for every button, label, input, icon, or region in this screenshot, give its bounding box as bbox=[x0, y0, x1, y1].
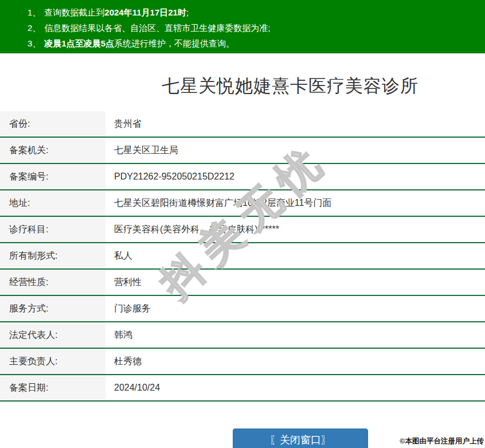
table-row-registration-number: 备案编号: PDY21262-952050215D2212 bbox=[0, 164, 485, 190]
row-value: 营利性 bbox=[105, 270, 142, 295]
row-value: 私人 bbox=[105, 243, 132, 268]
table-row-registration-date: 备案日期: 2024/10/24 bbox=[0, 375, 485, 402]
row-label: 经营性质: bbox=[0, 270, 105, 295]
table-row-business-nature: 经营性质: 营利性 bbox=[0, 270, 485, 296]
close-window-button[interactable]: 〖关闭窗口〗 bbox=[233, 428, 368, 448]
table-row-ownership-form: 所有制形式: 私人 bbox=[0, 243, 485, 270]
record-table: 省份: 贵州省 备案机关: 七星关区卫生局 备案编号: PDY21262-952… bbox=[0, 111, 485, 402]
row-value: 韩鸿 bbox=[105, 322, 132, 348]
row-label: 备案机关: bbox=[0, 138, 105, 163]
notice-text: 系统进行维护，不能提供查询。 bbox=[114, 38, 234, 48]
table-row-main-person-in-charge: 主要负责人: 杜秀德 bbox=[0, 349, 485, 375]
row-label: 所有制形式: bbox=[0, 243, 105, 268]
upload-credit-text: ©本图由平台注册用户上传 bbox=[400, 437, 484, 446]
notice-line-1: 1、查询数据截止到2024年11月17日21时; bbox=[17, 5, 479, 20]
page-title: 七星关悦她婕熹卡医疗美容诊所 bbox=[0, 53, 485, 98]
row-value: PDY21262-952050215D2212 bbox=[105, 164, 234, 189]
row-value: 2024/10/24 bbox=[105, 375, 160, 400]
notice-number: 3、 bbox=[28, 36, 41, 51]
row-label: 服务方式: bbox=[0, 296, 105, 321]
table-row-service-mode: 服务方式: 门诊服务 bbox=[0, 296, 485, 322]
notice-bar: 1、查询数据截止到2024年11月17日21时; 2、信息数据结果以各省、自治区… bbox=[0, 0, 485, 53]
row-label: 备案编号: bbox=[0, 164, 105, 189]
table-row-registration-authority: 备案机关: 七星关区卫生局 bbox=[0, 138, 485, 164]
row-value: 杜秀德 bbox=[105, 349, 142, 374]
notice-text: 信息数据结果以各省、自治区、直辖市卫生健康委数据为准; bbox=[44, 23, 270, 33]
row-label: 备案日期: bbox=[0, 375, 105, 400]
notice-text-strong: 2024年11月17日21时 bbox=[104, 7, 186, 17]
table-row-province: 省份: 贵州省 bbox=[0, 111, 485, 138]
notice-line-2: 2、信息数据结果以各省、自治区、直辖市卫生健康委数据为准; bbox=[17, 20, 479, 36]
row-value: 医疗美容科(美容外科、美容皮肤科)****** bbox=[105, 217, 279, 242]
row-label: 主要负责人: bbox=[0, 349, 105, 374]
row-label: 诊疗科目: bbox=[0, 217, 105, 242]
notice-number: 1、 bbox=[28, 5, 41, 20]
table-row-address: 地址: 七星关区碧阳街道樽憬财富广场10幢2层商业11号门面 bbox=[0, 190, 485, 217]
notice-number: 2、 bbox=[28, 20, 41, 36]
row-label: 地址: bbox=[0, 190, 105, 216]
row-label: 省份: bbox=[0, 111, 105, 137]
row-label: 法定代表人: bbox=[0, 322, 105, 348]
row-value: 七星关区碧阳街道樽憬财富广场10幢2层商业11号门面 bbox=[105, 190, 331, 216]
row-value: 贵州省 bbox=[105, 111, 142, 137]
table-row-legal-representative: 法定代表人: 韩鸿 bbox=[0, 322, 485, 349]
row-value: 七星关区卫生局 bbox=[105, 138, 178, 163]
row-value: 门诊服务 bbox=[105, 296, 151, 321]
notice-text: 查询数据截止到 bbox=[44, 7, 104, 17]
table-row-medical-subjects: 诊疗科目: 医疗美容科(美容外科、美容皮肤科)****** bbox=[0, 217, 485, 243]
notice-text: ; bbox=[186, 7, 189, 17]
notice-line-3: 3、凌晨1点至凌晨5点系统进行维护，不能提供查询。 bbox=[17, 36, 479, 51]
notice-text-strong: 凌晨1点至凌晨5点 bbox=[44, 38, 114, 48]
